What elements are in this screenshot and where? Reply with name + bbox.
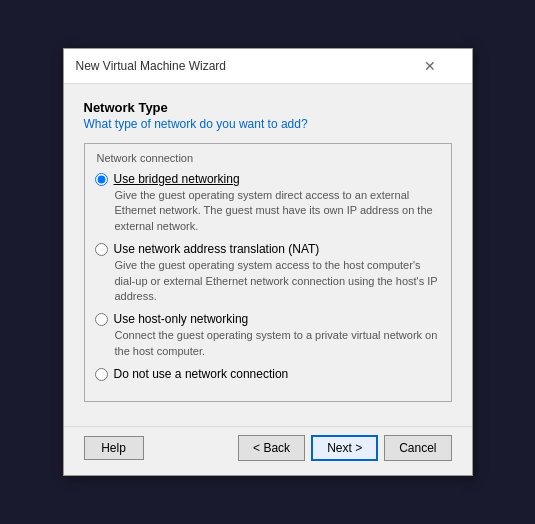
option-none: Do not use a network connection: [95, 367, 441, 381]
button-row: Help < Back Next > Cancel: [64, 426, 472, 475]
option-nat: Use network address translation (NAT) Gi…: [95, 242, 441, 304]
option-hostonly: Use host-only networking Connect the gue…: [95, 312, 441, 359]
option-bridged-text: Use bridged networking: [114, 172, 240, 186]
option-none-text: Do not use a network connection: [114, 367, 289, 381]
back-button[interactable]: < Back: [238, 435, 305, 461]
dialog-content: Network Type What type of network do you…: [64, 84, 472, 426]
page-title: Network Type: [84, 100, 452, 115]
group-label: Network connection: [97, 152, 441, 164]
cancel-button[interactable]: Cancel: [384, 435, 451, 461]
option-nat-radio[interactable]: [95, 243, 108, 256]
option-none-radio[interactable]: [95, 368, 108, 381]
option-bridged-desc: Give the guest operating system direct a…: [115, 188, 441, 234]
close-button[interactable]: ✕: [400, 57, 460, 75]
option-hostonly-label[interactable]: Use host-only networking: [95, 312, 441, 326]
dialog: New Virtual Machine Wizard ✕ Network Typ…: [63, 48, 473, 476]
option-none-label[interactable]: Do not use a network connection: [95, 367, 441, 381]
title-bar: New Virtual Machine Wizard ✕: [64, 49, 472, 84]
option-bridged-radio[interactable]: [95, 173, 108, 186]
option-nat-label[interactable]: Use network address translation (NAT): [95, 242, 441, 256]
option-nat-desc: Give the guest operating system access t…: [115, 258, 441, 304]
page-subtitle: What type of network do you want to add?: [84, 117, 452, 131]
nav-buttons: < Back Next > Cancel: [238, 435, 451, 461]
option-nat-text: Use network address translation (NAT): [114, 242, 320, 256]
option-hostonly-text: Use host-only networking: [114, 312, 249, 326]
next-button[interactable]: Next >: [311, 435, 378, 461]
dialog-title: New Virtual Machine Wizard: [76, 59, 227, 73]
option-bridged: Use bridged networking Give the guest op…: [95, 172, 441, 234]
button-row-inner: Help < Back Next > Cancel: [84, 435, 452, 461]
option-hostonly-radio[interactable]: [95, 313, 108, 326]
network-connection-group: Network connection Use bridged networkin…: [84, 143, 452, 402]
help-button[interactable]: Help: [84, 436, 144, 460]
option-hostonly-desc: Connect the guest operating system to a …: [115, 328, 441, 359]
option-bridged-label[interactable]: Use bridged networking: [95, 172, 441, 186]
